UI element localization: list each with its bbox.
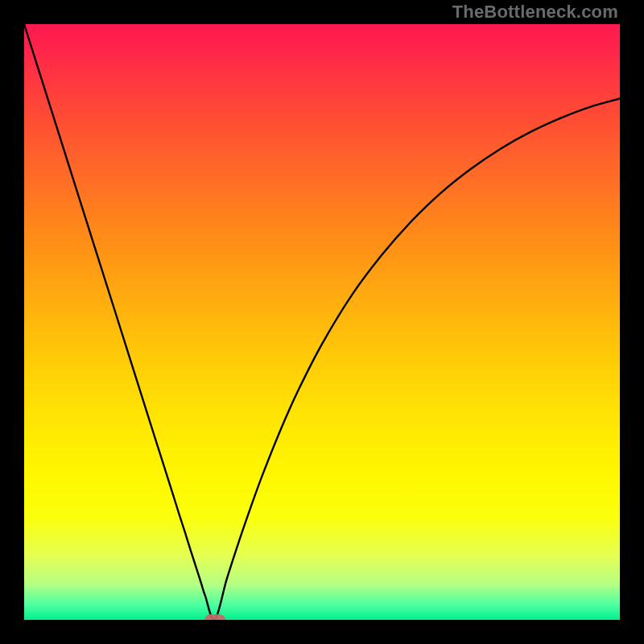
curve-layer <box>24 24 620 620</box>
optimal-marker <box>204 614 225 620</box>
bottleneck-curve <box>24 24 620 620</box>
chart-frame: TheBottleneck.com <box>0 0 644 644</box>
plot-area <box>24 24 620 620</box>
watermark-text: TheBottleneck.com <box>452 2 618 23</box>
